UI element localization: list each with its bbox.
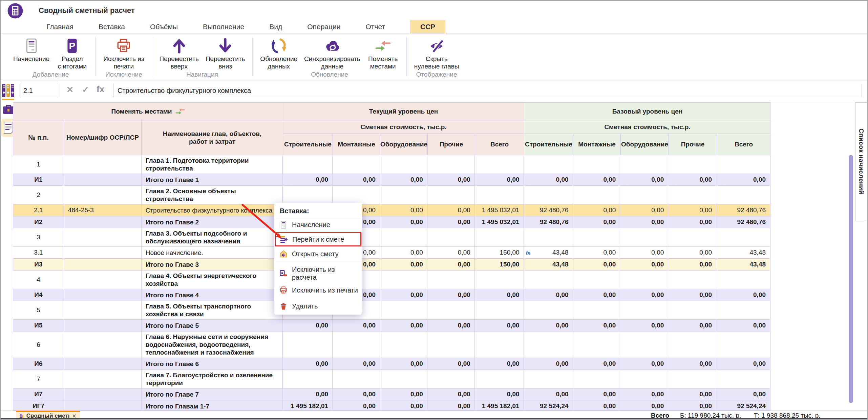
toolbar-button-move-down[interactable]: Переместить вниз [203,36,248,70]
value-text: 0,00 [699,249,712,256]
value-text: 0,00 [507,322,520,329]
table-row-2[interactable]: 2Глава 2. Основные объекты строительства [13,186,770,204]
table-row-И5[interactable]: И5Итого по Главе 50,000,000,000,000,000,… [13,320,770,332]
table-row-И3[interactable]: И3Итого по Главе 3150,000,000,000,00150,… [13,259,770,271]
value-text: 0,00 [363,391,376,398]
toolbar-button-label: Синхронизировать данные [304,55,360,70]
binders-icon[interactable] [2,83,14,98]
app-logo-icon [7,3,23,19]
menu-item-label: Открыть смету [292,250,339,258]
value-text: 92 480,76 [737,218,766,226]
cell-value: 0,00 [620,400,668,411]
toolbar-button-printer-excluded[interactable]: Исключить из печати [100,36,147,70]
ribbon-tab-4[interactable]: Выполнение [203,20,244,33]
menu-item-trash[interactable]: Удалить [274,300,362,313]
table-row-И1[interactable]: И1Итого по Главе 10,000,000,000,000,000,… [13,174,770,186]
cell-value: 0,00 [380,174,427,186]
formula-input[interactable] [113,84,862,97]
toolbar-button-swap-arrows[interactable]: Поменять местами [364,36,402,70]
table-row-1[interactable]: 1Глава 1. Подготовка территории строител… [13,155,770,174]
swap-columns-header[interactable]: Поменять местами [13,103,283,120]
ribbon-tab-1[interactable]: Главная [46,20,73,33]
cell-value: 0,00 [283,320,333,332]
menu-item-open-estimate[interactable]: Открыть смету [274,247,362,260]
cell-value [620,155,668,174]
toolbar-button-move-up[interactable]: Переместить вверх [156,36,202,70]
table-row-3.1[interactable]: 3.1Новое начисление.150,000,000,000,0015… [13,247,770,259]
cell-value [716,271,770,289]
cell-value: 0,00 [333,174,380,186]
cell-value [283,155,333,174]
value-text: 0,00 [753,322,766,329]
ribbon-tab-7[interactable]: Отчет [365,20,385,33]
toolbar-button-cloud-sync[interactable]: Синхронизировать данные [301,36,363,70]
cell-num: И7 [13,388,64,400]
toolbar-button-label: Переместить вверх [160,55,199,70]
cell-code [64,358,142,370]
table-row-И4[interactable]: И4Итого по Главе 40,000,000,000,000,000,… [13,289,770,301]
toolbar-button-accrual-doc[interactable]: Начисление [10,36,52,63]
cell-value: 0,00 [573,259,620,271]
toolbar-button-refresh-data[interactable]: Обновление данных [257,36,300,70]
ribbon-tab-5[interactable]: Вид [269,20,282,33]
value-text: 0,00 [699,261,712,268]
confirm-icon[interactable] [82,85,89,95]
cancel-icon[interactable] [66,85,73,95]
table-row-4[interactable]: 4Глава 4. Объекты энергетического хозяйс… [13,271,770,289]
table-row-3[interactable]: 3Глава 3. Объекты подсобного и обслужива… [13,228,770,247]
value-text: 0,00 [753,291,766,299]
vertical-scrollbar[interactable] [849,155,853,403]
cell-value [475,155,524,174]
cell-value [524,370,573,388]
cell-value: 0,00 [380,289,427,301]
toolbar-button-section-p[interactable]: РРаздел с итогами [53,36,91,70]
base-level-header: Базовый уровень цен [524,103,770,120]
table-row-И6[interactable]: И6Итого по Главе 60,000,000,000,000,000,… [13,358,770,370]
table-row-ИГ7[interactable]: ИГ7Итого по Главам 1-71 495 182,010,000,… [13,400,770,411]
cell-value: 0,00 [620,247,668,259]
ribbon-tab-6[interactable]: Операции [307,20,340,33]
table-row-И7[interactable]: И7Итого по Главе 70,000,000,000,000,000,… [13,388,770,400]
cell-value [668,332,716,358]
menu-item-label: Исключить из расчета [292,266,358,281]
cell-reference-input[interactable] [20,84,58,97]
value-text: 92 524,24 [737,402,766,410]
briefcase-icon[interactable] [3,104,14,115]
menu-item-exclude-from-calc[interactable]: Исключить из расчета [274,263,362,284]
section-p-icon: Р [64,36,80,55]
window-bottom-edge [1,418,867,419]
value-text: 0,00 [458,402,470,410]
value-text: 92 524,24 [540,402,569,410]
ribbon-tab-2[interactable]: Вставка [99,20,125,33]
table-row-2.1[interactable]: 2.1484-25-3Строительство физкультурного … [13,204,770,216]
cell-value [475,332,524,358]
table-row-6[interactable]: 6Глава 6. Наружные сети и сооружения вод… [13,332,770,358]
cell-value: 92 480,76 [524,204,573,216]
table-row-И2[interactable]: И2Итого по Главе 21 495 032,010,000,000,… [13,216,770,228]
value-text: 0,00 [699,402,712,410]
value-text: 0,00 [410,291,423,299]
menu-item-accrual-doc[interactable]: Начисление [274,218,362,231]
cell-value [573,332,620,358]
cell-value [668,186,716,204]
menu-item-goto-estimate[interactable]: Перейти к смете [275,232,361,246]
table-row-7[interactable]: 7Глава 7. Благоустройство и озеленение т… [13,370,770,388]
cell-value [427,332,475,358]
cell-value [333,370,380,388]
fx-icon[interactable]: fx [97,84,104,95]
value-text: 0,00 [316,391,328,398]
cell-code [64,388,142,400]
accruals-list-side-tab[interactable]: Список начислений [855,102,867,220]
table-row-5[interactable]: 5Глава 5. Объекты транспортного хозяйств… [13,301,770,320]
cell-value [716,332,770,358]
menu-item-printer-excluded[interactable]: Исключить из печати [274,284,362,297]
cell-value: 0,00 [475,358,524,370]
ribbon-tab-8[interactable]: ССР [410,20,445,33]
cell-value: 0,00 [427,320,475,332]
toolbar-divider [252,37,253,76]
value-text: 0,00 [651,249,664,256]
cell-value: 0,00 [380,400,427,411]
toolbar-button-hide-zero-eye[interactable]: Скрыть нулевые главы [411,36,462,70]
ribbon-tab-3[interactable]: Объёмы [150,20,178,33]
cell-value [283,332,333,358]
